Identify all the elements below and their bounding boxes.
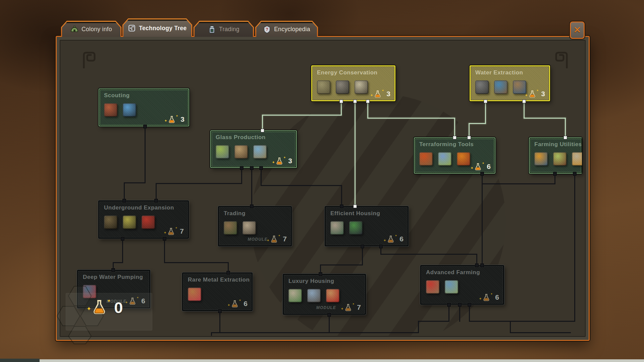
scaffold-icon [475, 80, 489, 94]
sprinkler-tower-icon [419, 152, 433, 166]
science-flask-icon [483, 294, 490, 301]
sparkle-icon: ✦ [490, 293, 493, 296]
tab-technology-tree[interactable]: Technology Tree [122, 18, 192, 37]
connector-node [484, 100, 487, 103]
node-title: Glass Production [216, 134, 296, 141]
hydroponics-unit-icon [426, 280, 439, 294]
unlock-icons [330, 221, 363, 235]
tech-node-water-extraction[interactable]: Water Extraction ✦ ✦ 3 [470, 65, 550, 101]
supply-cache-icon [104, 103, 117, 117]
tech-edge [510, 321, 511, 333]
glass-workshop-icon [253, 145, 267, 159]
unlock-icons [188, 288, 201, 301]
node-title: Water Extraction [475, 69, 549, 76]
stacked-house-icon [349, 221, 363, 235]
cave-entrance-icon [104, 216, 117, 229]
tech-node-advanced-farming[interactable]: Advanced Farming ✦ ✦ 6 [420, 265, 504, 305]
research-cost: ✦ ✦ 3 [525, 90, 545, 98]
sparkle-icon: ✦ [283, 156, 286, 159]
unlock-icons [104, 103, 136, 117]
tech-node-deep-water-pumping[interactable]: Deep Water PumpingMODULE ✦ ✦ 6 [77, 270, 150, 308]
tech-edge [145, 126, 146, 183]
sparkle-icon: ✦ [479, 297, 482, 301]
tech-node-rare-metal-extraction[interactable]: Rare Metal Extraction ✦ ✦ 6 [182, 273, 253, 311]
tech-edge [262, 115, 342, 116]
connector-node [379, 245, 383, 248]
tech-edge [482, 183, 555, 184]
connector-node [564, 136, 567, 139]
tech-node-underground-expansion[interactable]: Underground Expansion ✦ ✦ 7 [98, 200, 189, 239]
tech-edge [469, 321, 511, 322]
tech-edge [113, 262, 123, 263]
tile-garden-icon [445, 280, 458, 294]
tab-encyclopedia[interactable]: ? Encyclopedia [255, 21, 318, 37]
research-cost-value: 6 [495, 293, 499, 301]
tech-edge [219, 311, 220, 333]
science-flask-icon [168, 116, 175, 123]
tech-edge [418, 321, 449, 322]
tech-edge [574, 173, 575, 322]
close-icon: ✕ [573, 25, 581, 35]
tech-edge [362, 246, 363, 265]
tech-node-luxury-housing[interactable]: Luxury HousingMODULE ✦ ✦ 7 [283, 274, 366, 315]
research-cost: ✦ ✦ 7 [341, 303, 361, 311]
tech-node-terraforming-tools[interactable]: Terraforming Tools ✦ ✦ 6 [414, 137, 495, 174]
connector-node [453, 136, 457, 139]
tab-face: ? Encyclopedia [256, 22, 317, 37]
tech-node-scouting[interactable]: Scouting ✦ ✦ 3 [99, 88, 189, 126]
tab-face: Trading [195, 22, 253, 37]
tech-edge [251, 168, 252, 207]
module-label: MODULE [316, 305, 336, 310]
connector-node [339, 100, 343, 103]
water-pump-icon [494, 80, 507, 94]
research-cost-value: 6 [141, 297, 145, 305]
connector-node [467, 136, 471, 139]
tech-node-efficient-housing[interactable]: Efficient Housing ✦ ✦ 6 [325, 206, 409, 246]
unlock-icons [83, 285, 96, 298]
tab-label: Encyclopedia [274, 26, 310, 33]
research-cost-value: 3 [386, 90, 390, 98]
sparkle-icon: ✦ [164, 119, 167, 123]
connector-node [340, 204, 343, 208]
tunnel-drill-icon [123, 216, 136, 229]
connector-node [143, 125, 147, 128]
connector-node [226, 271, 230, 275]
node-title: Trading [224, 210, 291, 217]
science-flask-icon [129, 297, 136, 305]
sparkle-icon: ✦ [272, 161, 275, 164]
unlock-icons [288, 289, 339, 302]
connector-node [553, 172, 557, 176]
science-flask-icon [344, 304, 352, 311]
tab-colony-info[interactable]: Colony info [61, 21, 121, 37]
sparkle-icon: ✦ [164, 231, 167, 235]
tech-edge [241, 168, 242, 184]
trade-canister-icon [208, 25, 216, 34]
tech-node-trading[interactable]: TradingMODULE ✦ ✦ 7 [218, 206, 292, 246]
tech-edge [469, 304, 470, 322]
tech-edge [164, 262, 229, 263]
atmosphere-heater-icon [457, 152, 470, 166]
sparkle-icon: ✦ [176, 115, 178, 118]
bottom-strip-dark [0, 359, 40, 362]
science-flask-icon [270, 235, 278, 243]
unlock-icons [419, 152, 470, 166]
tech-edge [355, 101, 356, 207]
tab-face: Technology Tree [123, 19, 191, 37]
metal-extractor-icon [188, 288, 201, 301]
node-title: Luxury Housing [288, 278, 365, 285]
node-title: Farming Utilities [534, 141, 582, 148]
tech-node-glass-production[interactable]: Glass Production ✦ ✦ 3 [210, 130, 297, 168]
tab-trading[interactable]: Trading [194, 21, 254, 37]
tech-node-farming-utilities[interactable]: Farming Utilities [529, 137, 582, 174]
close-button[interactable]: ✕ [569, 21, 585, 40]
unlock-icons [426, 280, 458, 294]
connector-node [121, 237, 124, 241]
research-cost-value: 7 [283, 235, 287, 243]
unlock-icons [317, 80, 368, 94]
unlock-icons [224, 221, 256, 235]
tech-node-energy-conservation[interactable]: Energy Conservation ✦ ✦ 3 [311, 65, 395, 101]
unlock-icons [216, 145, 267, 159]
connector-node [250, 166, 254, 170]
tech-edge [122, 238, 123, 263]
node-title: Efficient Housing [330, 210, 408, 217]
